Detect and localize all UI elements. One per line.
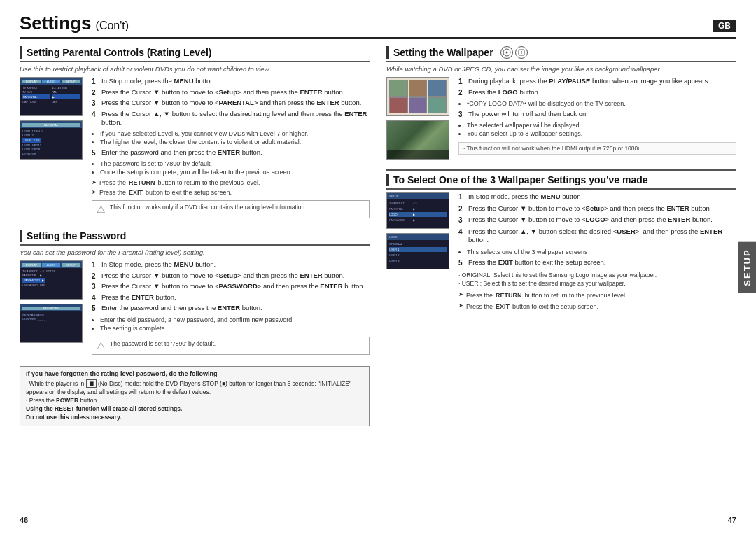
page-title: Settings (Con't) [20,13,129,34]
step-3: 3 Press the Cursor ▼ button to move to <… [92,99,370,108]
bullet-item: The setting is complete. [100,325,370,333]
step-3: 3 Press the Cursor ▼ button to move to <… [458,216,736,225]
warning-title: If you have forgotten the rating level p… [26,370,363,377]
step-2: 2 Press the Cursor ▼ button to move to <… [92,88,370,98]
right-column: Setting the Wallpaper J While watching a… [386,46,736,512]
select-wallpaper-images: SETUP TV ASPECT4:3 PARENTAL▶ LOGO▶ PASSW… [386,192,453,311]
section-bar-icon [20,46,22,59]
screen-row: PARENTAL ▶ [22,274,80,277]
step-5: 5 Press the EXIT button to exit the setu… [458,258,736,268]
caution-icon: ⚠ [97,340,106,351]
step-1: 1 During playback, press the PLAY/PAUSE … [458,77,736,87]
screen-row: LINE AUDIO OFF [22,283,80,287]
ms2-row: PARENTAL▶ [389,206,447,211]
caution-icon: ⚠ [97,204,106,215]
step-4: 4 Press the Cursor ▲, ▼ button to select… [92,110,370,128]
section-bar-icon [386,174,389,186]
orig-user-notes: · ORIGINAL: Select this to set the Samsu… [458,272,736,288]
password-subtitle: You can set the password for the Parenta… [20,248,370,256]
wallpaper-icons: J [500,46,528,59]
parental-controls-section: Setting Parental Controls (Rating Level)… [20,46,370,218]
bullet-item: Once the setup is complete, you will be … [100,169,370,177]
screen-row: CAPTIONSOFF [22,100,80,104]
photo-screen [386,120,449,160]
caution-box: ⚠ This function works only if a DVD disc… [92,200,370,218]
wallpaper-steps: 1 During playback, press the PLAY/PAUSE … [458,77,736,160]
step-5: 5 Enter the password and then press the … [92,148,370,158]
ms2-row: ORIGINAL [389,241,447,246]
warning-box: If you have forgotten the rating level p… [20,366,370,426]
jpeg-icon: J [515,46,528,59]
step-4: 4 Press the ENTER button. [92,293,370,303]
wallpaper-subtitle: While watching a DVD or JPEG CD, you can… [386,65,736,73]
bullets-pwd: Enter the old password, a new password, … [92,316,370,332]
menu-dot-active: AUDIO [42,80,60,83]
menu-dot-b: SETUP [62,263,80,267]
select-wallpaper-title: To Select One of the 3 Wallpaper Setting… [393,174,648,185]
page: Settings (Con't) GB Setting Parental Con… [0,0,756,534]
wallpaper-thumb-img [386,77,449,116]
warning-text: · While the player is in ⏹ (No Disc) mod… [26,379,363,421]
wallpaper-header: Setting the Wallpaper J [386,46,736,62]
svg-point-1 [505,52,507,54]
page-numbers: 46 47 [20,516,736,524]
screen-row: NEW PASSWRD: _ _ _ _ [22,313,80,316]
ms2-row: USER 2 [389,253,447,258]
wallpaper-title: Setting the Wallpaper [393,47,493,58]
select-wallpaper-body: SETUP TV ASPECT4:3 PARENTAL▶ LOGO▶ PASSW… [386,192,736,311]
svg-text:J: J [520,50,522,55]
password-screen-1: DISPLAY AUDIO SETUP TV ASPECT 4:3 LETTER… [20,260,83,300]
ms2-row-hl: LOGO▶ [389,212,447,217]
step-2: 2 Press the Cursor ▼ button to move to <… [92,272,370,281]
screen-row: LEVEL 4 PG13 [22,143,80,147]
step-2: 2 Press the LOGO button. [458,88,736,98]
bullets-sel-4: This selects one of the 3 wallpaper scre… [458,248,736,257]
step-4: 4 Press the Cursor ▲, ▼ button select th… [458,227,736,246]
page-num-right: 47 [728,516,736,524]
screen-row: LEVEL 1 CHILD [22,129,80,133]
title-text: Settings [20,13,92,34]
exit-note: Press the EXIT button to exit the setup … [92,189,370,196]
screen-row: CONFIRM: _ _ _ _ [22,317,80,321]
parental-screen-2: PARENTAL LEVEL 1 CHILD LEVEL 2 LEVEL 3 P… [20,120,83,160]
parental-controls-title: Setting Parental Controls (Rating Level) [27,47,211,58]
ms2-row: TV ASPECT4:3 [389,201,447,206]
step-1: 1 In Stop mode, press the MENU button. [92,260,370,270]
ms2-rows: ORIGINAL USER 1 USER 2 USER 3 [387,240,449,269]
screen-row-hl: PASSWORD ▶ [22,278,80,283]
select-wallpaper-section: To Select One of the 3 Wallpaper Setting… [386,169,736,311]
section-bar-icon [386,46,389,59]
bullet-item: •COPY LOGO DATA• will be displayed on th… [467,100,736,108]
return-note: Press the RETURN button to return to the… [92,179,370,186]
parental-images: DISPLAY AUDIO SETUP TV ASPECT4:3 LETTER … [20,77,86,218]
parental-steps: 1 In Stop mode, press the MENU button. 2… [92,77,370,218]
thumb-grid [387,78,449,115]
menu-dot-2: SETUP [62,80,80,83]
screen-row: TV ASPECT4:3 LETTER [22,86,80,90]
ms2-rows: TV ASPECT4:3 PARENTAL▶ LOGO▶ PASSWORD▶ [387,199,449,228]
screen-row: TV SYSPAL [22,90,80,94]
step-3: 3 Press the Cursor ▼ button to move to <… [92,282,370,292]
bullet-item: The higher the level, the closer the con… [100,139,370,147]
wallpaper-note-text: · This function will not work when the H… [463,145,641,152]
screen-row: LEVEL 6 R [22,152,80,155]
bullet-item: The selected wallpaper will be displayed… [467,122,736,130]
password-screen-2: PASSWORD NEW PASSWRD: _ _ _ _ CONFIRM: _… [20,304,83,343]
password-section: Setting the Password You can set the pas… [20,230,370,355]
ms2-row-hl: USER 1 [389,247,447,252]
step-2: 2 Press the Cursor ▼ button to move to <… [458,204,736,214]
select-wallpaper-steps: 1 In Stop mode, press the MENU button 2 … [458,192,736,311]
parental-controls-subtitle: Use this to restrict playback of adult o… [20,65,370,73]
screen-row: LEVEL 5 PGR [22,148,80,151]
select-screen-1: SETUP TV ASPECT4:3 PARENTAL▶ LOGO▶ PASSW… [386,192,449,229]
page-header: Settings (Con't) GB [20,13,736,39]
ms2-row: USER 3 [389,258,447,263]
setup-tab: SETUP [738,241,756,293]
screen-rows: NEW PASSWRD: _ _ _ _ CONFIRM: _ _ _ _ [20,311,82,342]
menu-dot-a: AUDIO [42,263,60,267]
menu-bar: DISPLAY AUDIO SETUP [20,261,82,268]
menu-dot: DISPLAY [22,263,41,267]
title-cont: (Con't) [96,20,130,32]
ms2-row: PASSWORD▶ [389,218,447,223]
password-steps: 1 In Stop mode, press the MENU button. 2… [92,260,370,355]
